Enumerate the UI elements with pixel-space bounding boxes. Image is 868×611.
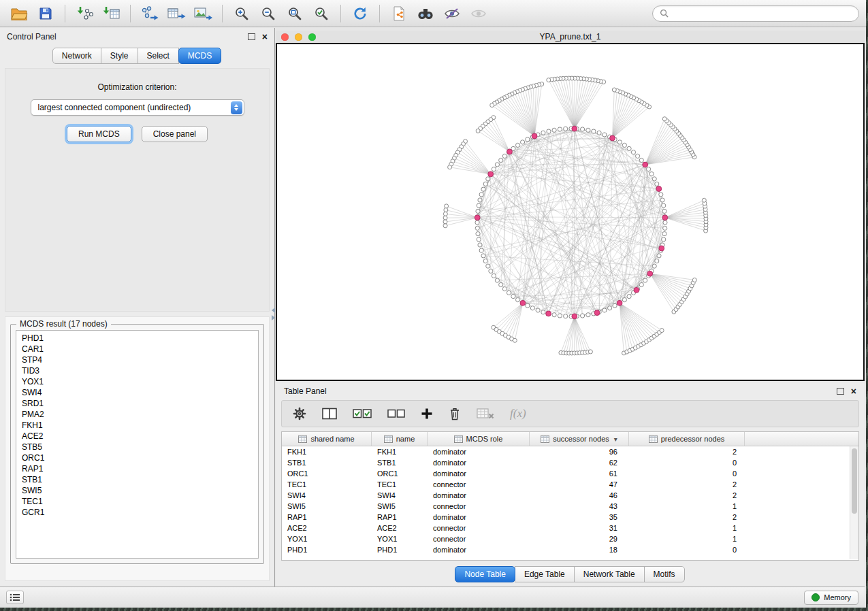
network-window-titlebar[interactable]: YPA_prune.txt_1	[276, 31, 865, 43]
tab-node-table[interactable]: Node Table	[455, 566, 515, 582]
window-zoom-button[interactable]	[308, 33, 316, 41]
mcds-result-item[interactable]: PHD1	[16, 333, 258, 344]
table-row[interactable]: TEC1TEC1connector472	[282, 479, 858, 490]
table-row[interactable]: ORC1ORC1dominator610	[282, 468, 858, 479]
float-table-panel-icon[interactable]	[837, 388, 844, 395]
mcds-result-item[interactable]: STB1	[16, 474, 258, 485]
mcds-result-item[interactable]: SWI5	[16, 485, 258, 496]
column-header-name[interactable]: name	[372, 432, 428, 446]
cell-shared_name: ACE2	[282, 523, 372, 533]
add-column-button[interactable]	[421, 408, 433, 420]
mcds-result-item[interactable]: RAP1	[16, 463, 258, 474]
tab-style[interactable]: Style	[101, 48, 138, 64]
open-file-button[interactable]	[7, 3, 31, 24]
mcds-result-item[interactable]: CAR1	[16, 344, 258, 354]
memory-button[interactable]: Memory	[804, 591, 858, 605]
export-table-button[interactable]	[164, 3, 189, 24]
search-input[interactable]	[673, 8, 852, 19]
cell-shared_name: RAP1	[282, 512, 372, 523]
show-column-button[interactable]	[322, 408, 337, 420]
zoom-out-button[interactable]	[256, 3, 280, 24]
close-panel-button[interactable]: Close panel	[142, 126, 208, 142]
plus-icon	[421, 408, 433, 420]
export-image-button[interactable]	[191, 3, 215, 24]
mcds-result-item[interactable]: YOX1	[16, 376, 258, 387]
mcds-result-item[interactable]: PMA2	[16, 409, 258, 420]
mcds-result-item[interactable]: TEC1	[16, 496, 258, 507]
table-row[interactable]: ACE2ACE2connector311	[282, 523, 858, 533]
tab-network[interactable]: Network	[52, 48, 101, 64]
refresh-view-button[interactable]	[348, 3, 372, 24]
table-row[interactable]: SWI5SWI5connector431	[282, 501, 858, 512]
hide-selection-button[interactable]	[440, 3, 464, 24]
mcds-result-item[interactable]: STP4	[16, 354, 258, 365]
mcds-result-item[interactable]: STB5	[16, 442, 258, 452]
cell-filler	[745, 523, 858, 533]
table-row[interactable]: STB1STB1dominator620	[282, 457, 858, 468]
delete-column-button[interactable]	[449, 407, 461, 420]
deselect-all-button[interactable]	[387, 408, 405, 419]
cell-name: SWI5	[372, 501, 428, 512]
function-builder-button[interactable]: f(x)	[510, 407, 526, 420]
mcds-result-item[interactable]: GCR1	[16, 507, 258, 518]
table-panel-header: Table Panel ×	[276, 382, 865, 399]
export-network-button[interactable]	[138, 3, 162, 24]
run-mcds-button[interactable]: Run MCDS	[67, 126, 131, 142]
float-panel-icon[interactable]	[248, 33, 255, 40]
table-row[interactable]: RAP1RAP1dominator352	[282, 512, 858, 523]
import-network-button[interactable]	[72, 3, 97, 24]
mcds-result-item[interactable]: ORC1	[16, 452, 258, 463]
table-row[interactable]: PHD1PHD1dominator180	[282, 544, 858, 555]
zoom-fit-button[interactable]	[283, 3, 307, 24]
network-canvas[interactable]	[276, 43, 865, 381]
zoom-in-button[interactable]	[229, 3, 254, 24]
tab-edge-table[interactable]: Edge Table	[515, 566, 575, 582]
network-graph[interactable]	[277, 44, 864, 380]
table-row[interactable]: SWI4SWI4dominator462	[282, 490, 858, 501]
import-network-icon	[76, 6, 93, 21]
find-button[interactable]	[413, 3, 438, 24]
sort-caret-icon[interactable]: ▾	[614, 435, 617, 443]
table-settings-button[interactable]	[293, 407, 306, 420]
column-header-filler	[745, 432, 858, 446]
main-toolbar	[0, 0, 866, 27]
mcds-result-item[interactable]: TID3	[16, 365, 258, 376]
cell-mcds_role: dominator	[428, 468, 530, 479]
mcds-result-list[interactable]: PHD1CAR1STP4TID3YOX1SWI4SRD1PMA2FKH1ACE2…	[16, 330, 259, 559]
tab-network-table[interactable]: Network Table	[574, 566, 645, 582]
import-table-button[interactable]	[99, 3, 123, 24]
close-table-panel-icon[interactable]: ×	[851, 386, 856, 396]
select-all-button[interactable]	[353, 408, 372, 420]
table-row[interactable]: YOX1YOX1connector291	[282, 533, 858, 544]
show-all-button[interactable]	[466, 3, 491, 24]
search-field[interactable]	[652, 5, 859, 22]
delete-table-button[interactable]	[477, 408, 494, 420]
cell-mcds_role: connector	[428, 523, 530, 533]
cell-name: TEC1	[372, 479, 428, 490]
window-minimize-button[interactable]	[295, 33, 302, 41]
cell-shared_name: TEC1	[282, 479, 372, 490]
window-close-button[interactable]	[281, 33, 289, 41]
tab-mcds[interactable]: MCDS	[178, 48, 221, 64]
node-table: shared name name MCDS role successor nod…	[281, 431, 859, 561]
zoom-selected-button[interactable]	[309, 3, 334, 24]
task-history-button[interactable]	[6, 591, 24, 604]
column-header-mcds-role[interactable]: MCDS role	[428, 432, 530, 446]
criterion-select[interactable]: largest connected component (undirected)	[31, 99, 244, 116]
save-session-button[interactable]	[33, 3, 58, 24]
mcds-result-item[interactable]: ACE2	[16, 431, 258, 442]
share-document-button[interactable]	[387, 3, 411, 24]
column-header-predecessor-nodes[interactable]: predecessor nodes	[629, 432, 745, 446]
tab-motifs[interactable]: Motifs	[644, 566, 685, 582]
table-scrollbar[interactable]	[850, 446, 858, 559]
mcds-result-item[interactable]: FKH1	[16, 420, 258, 431]
mcds-result-item[interactable]: SWI4	[16, 387, 258, 398]
mcds-result-item[interactable]: SRD1	[16, 398, 258, 409]
column-header-successor-nodes[interactable]: successor nodes ▾	[530, 432, 629, 446]
tab-select[interactable]: Select	[138, 48, 179, 64]
splitter-handle[interactable]	[272, 306, 275, 321]
scrollbar-thumb[interactable]	[852, 448, 857, 514]
table-row[interactable]: FKH1FKH1dominator962	[282, 446, 858, 457]
column-header-shared-name[interactable]: shared name	[282, 432, 372, 446]
close-panel-icon[interactable]: ×	[262, 32, 268, 42]
